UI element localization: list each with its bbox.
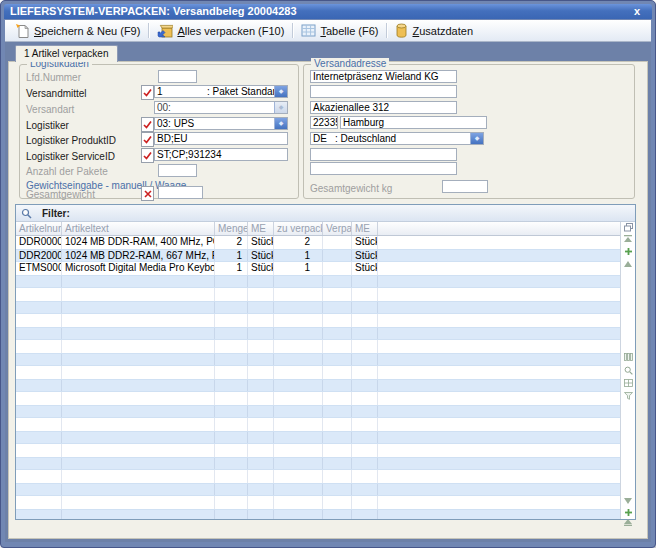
serviceid-field[interactable]: ST;CP;931234: [154, 148, 288, 161]
table-row-empty[interactable]: [16, 444, 621, 457]
versandadresse-group: Versandadresse Internetpräsenz Wieland K…: [303, 64, 635, 199]
address-extra1-field[interactable]: [310, 148, 457, 161]
cell-artikelnummer: [16, 380, 62, 391]
cell-verpackt: [323, 380, 352, 391]
table-row-empty[interactable]: [16, 353, 621, 366]
table-row-empty[interactable]: [16, 457, 621, 470]
cell-me: [248, 510, 274, 519]
address-extra2-field[interactable]: [310, 162, 457, 175]
pack-all-button[interactable]: Alles verpacken (F10): [151, 22, 290, 39]
cell-artikeltext: [62, 470, 215, 483]
search-icon[interactable]: [21, 208, 32, 219]
cell-me2: [352, 288, 378, 301]
table-row-empty[interactable]: [16, 392, 621, 405]
cell-artikeltext: [62, 432, 215, 443]
column-header-verpackt[interactable]: Verpackt: [323, 222, 352, 235]
table-row-empty[interactable]: [16, 496, 621, 509]
address-name1-field[interactable]: Internetpräsenz Wieland KG: [310, 70, 457, 83]
cell-verpackt: [323, 250, 352, 261]
cell-me2: [352, 328, 378, 339]
dropdown-arrow-icon[interactable]: ◆: [274, 118, 287, 129]
table-row-empty[interactable]: [16, 379, 621, 392]
column-header-menge[interactable]: Menge: [215, 222, 248, 235]
address-name2-field[interactable]: [310, 85, 457, 98]
scroll-up-icon[interactable]: [623, 261, 633, 267]
scroll-plus-down-icon[interactable]: [623, 509, 633, 516]
table-row-empty[interactable]: [16, 470, 621, 483]
table-row[interactable]: DDR000081024 MB DDR-RAM, 400 MHz, PC-320…: [16, 236, 621, 249]
scroll-last-icon[interactable]: [623, 519, 633, 526]
tab-artikel-verpacken[interactable]: 1 Artikel verpacken: [15, 45, 118, 62]
save-new-button[interactable]: Speichern & Neu (F9): [9, 22, 146, 39]
gesamtgewicht-kg-field[interactable]: [442, 180, 488, 193]
address-zip-field[interactable]: 22335: [310, 116, 338, 129]
address-street-field[interactable]: Akazienallee 312: [310, 101, 457, 114]
additional-data-button[interactable]: Zusatzdaten: [389, 22, 479, 39]
cell-zu_verpacken: [274, 340, 323, 353]
cell-menge: [215, 432, 248, 443]
cell-filler: [378, 340, 621, 353]
cell-zu_verpacken: [274, 276, 323, 287]
table-row-empty[interactable]: [16, 314, 621, 327]
cell-artikelnummer: [16, 418, 62, 431]
table-row-empty[interactable]: [16, 509, 621, 519]
dropdown-arrow-icon[interactable]: ◆: [274, 86, 287, 97]
anzahl-pakete-field[interactable]: [158, 164, 197, 177]
table-row-empty[interactable]: [16, 288, 621, 301]
table-row-empty[interactable]: [16, 340, 621, 353]
table-row-empty[interactable]: [16, 366, 621, 379]
scroll-first-icon[interactable]: [623, 235, 633, 242]
logistiker-label: Logistiker: [26, 120, 69, 131]
cell-zu_verpacken: 1: [274, 250, 323, 261]
table-row-empty[interactable]: [16, 418, 621, 431]
address-city-field[interactable]: Hamburg: [340, 116, 487, 129]
cell-verpackt: [323, 262, 352, 275]
produktid-field[interactable]: BD;EU: [154, 132, 288, 145]
table-row-empty[interactable]: [16, 431, 621, 444]
dropdown-arrow-icon[interactable]: ◆: [470, 133, 483, 144]
select-all-icon[interactable]: [623, 223, 633, 232]
cell-zu_verpacken: [274, 328, 323, 339]
column-header-artikelnummer[interactable]: Artikelnummer: [16, 222, 62, 235]
cell-artikelnummer: [16, 458, 62, 469]
cell-menge: [215, 328, 248, 339]
versandmittel-combo[interactable]: 1: Paket Standard ◆: [154, 85, 288, 98]
column-header-filler[interactable]: [378, 222, 621, 235]
close-button[interactable]: x: [628, 4, 646, 19]
scroll-plus-up-icon[interactable]: [623, 248, 633, 255]
cell-filler: [378, 366, 621, 379]
cell-zu_verpacken: 2: [274, 236, 323, 249]
column-header-me2[interactable]: ME: [352, 222, 378, 235]
toolbar: Speichern & Neu (F9) Alles verpacken (F1…: [5, 20, 651, 42]
column-header-artikeltext[interactable]: Artikeltext: [62, 222, 215, 235]
cell-verpackt: [323, 366, 352, 379]
cells-icon[interactable]: [623, 379, 633, 387]
search-icon[interactable]: [623, 366, 633, 375]
filter-funnel-icon[interactable]: [623, 392, 633, 400]
gesamtgewicht-field[interactable]: [158, 186, 203, 199]
cell-artikeltext: [62, 444, 215, 457]
table-row-empty[interactable]: [16, 327, 621, 340]
logistiker-combo[interactable]: 03: UPS ◆: [154, 117, 288, 130]
columns-icon[interactable]: [623, 353, 633, 361]
window-body: 1 Artikel verpacken Logistikdaten Lfd.Nu…: [5, 42, 651, 542]
lfd-nummer-field[interactable]: [158, 70, 197, 83]
scroll-down-icon[interactable]: [623, 498, 633, 504]
column-header-zu_verpacken[interactable]: zu verpacke: [274, 222, 323, 235]
cell-me2: [352, 302, 378, 313]
table-row-empty[interactable]: [16, 301, 621, 314]
cell-verpackt: [323, 276, 352, 287]
table-button[interactable]: Tabelle (F6): [295, 23, 384, 38]
cell-zu_verpacken: [274, 458, 323, 469]
cell-menge: [215, 458, 248, 469]
country-combo[interactable]: DE: Deutschland ◆: [310, 132, 484, 145]
table-row-empty[interactable]: [16, 275, 621, 288]
column-header-me[interactable]: ME: [248, 222, 274, 235]
table-row-empty[interactable]: [16, 405, 621, 418]
table-row[interactable]: ETMS00003Microsoft Digital Media Pro Key…: [16, 262, 621, 275]
cell-artikeltext: 1024 MB DDR-RAM, 400 MHz, PC-3200, Elixi…: [62, 236, 215, 249]
table-row[interactable]: DDR2000081024 MB DDR2-RAM, 667 MHz, PC2-…: [16, 249, 621, 262]
cell-filler: [378, 406, 621, 417]
table-row-empty[interactable]: [16, 483, 621, 496]
cell-verpackt: [323, 236, 352, 249]
